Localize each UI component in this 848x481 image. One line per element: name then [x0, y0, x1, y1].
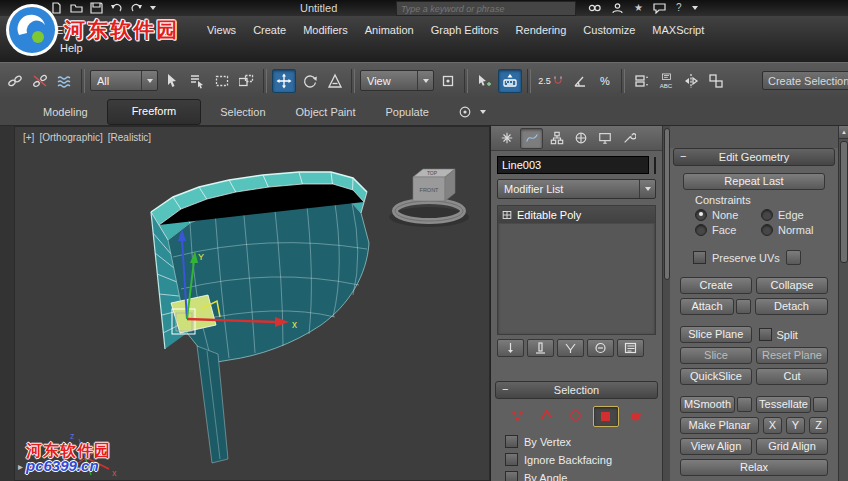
menu-customize[interactable]: Customize — [583, 24, 635, 36]
expand-tray-arrow-icon[interactable]: ▸ — [18, 461, 23, 472]
snaps-toggle-icon[interactable]: 2.5 — [536, 70, 566, 92]
percent-snap-icon[interactable]: % — [594, 70, 616, 92]
tab-motion[interactable] — [570, 129, 591, 148]
make-planar-button[interactable]: Make Planar — [680, 417, 759, 434]
tab-display[interactable] — [594, 129, 615, 148]
menu-animation[interactable]: Animation — [365, 24, 414, 36]
configure-modifier-sets-icon[interactable] — [617, 339, 644, 357]
polygon-subobject-icon[interactable] — [593, 406, 619, 427]
stack-item-editable-poly[interactable]: Editable Poly — [498, 206, 655, 224]
slice-plane-button[interactable]: Slice Plane — [680, 326, 752, 343]
scrollbar-thumb[interactable] — [840, 141, 848, 263]
viewcube-top-label[interactable]: TOP — [427, 170, 438, 176]
repeat-last-button[interactable]: Repeat Last — [683, 173, 825, 190]
search-binoculars-icon[interactable] — [588, 2, 601, 14]
infocenter-search[interactable] — [396, 1, 576, 16]
viewcube-front-label[interactable]: FRONT — [420, 187, 440, 193]
collapse-icon[interactable]: − — [502, 383, 508, 395]
help-icon[interactable]: ? — [676, 0, 682, 16]
edit-geometry-header[interactable]: − Edit Geometry — [673, 148, 835, 166]
quickslice-button[interactable]: QuickSlice — [680, 368, 752, 385]
menu-modifiers[interactable]: Modifiers — [303, 24, 348, 36]
sign-in-user-icon[interactable] — [611, 2, 624, 14]
viewport-shading-menu[interactable]: [Realistic] — [108, 132, 151, 143]
radio-edge[interactable] — [761, 209, 773, 221]
ribbon-tab-populate[interactable]: Populate — [370, 98, 443, 126]
selection-rollout-header[interactable]: − Selection — [495, 381, 658, 399]
help-dropdown-arrow-icon[interactable] — [692, 6, 698, 10]
menu-views[interactable]: Views — [207, 24, 236, 36]
communication-icon[interactable] — [653, 2, 666, 14]
ignore-backfacing-checkbox[interactable] — [505, 453, 518, 466]
unlink-selection-icon[interactable] — [29, 70, 51, 92]
tessellate-button[interactable]: Tessellate — [756, 396, 811, 413]
constraint-face[interactable]: Face — [695, 224, 761, 236]
planar-x-button[interactable]: X — [763, 417, 782, 434]
modifier-list-arrow-icon[interactable] — [639, 180, 655, 198]
element-subobject-icon[interactable] — [624, 406, 648, 425]
tessellate-settings-button[interactable] — [813, 397, 828, 412]
radio-none[interactable] — [695, 209, 707, 221]
viewcube[interactable]: TOP FRONT — [389, 169, 469, 227]
msmooth-button[interactable]: MSmooth — [680, 396, 735, 413]
msmooth-settings-button[interactable] — [737, 397, 752, 412]
viewport-general-menu[interactable]: [+] — [23, 132, 34, 143]
show-end-result-icon[interactable] — [527, 339, 554, 357]
ribbon-tab-selection[interactable]: Selection — [205, 98, 280, 126]
constraint-edge[interactable]: Edge — [761, 209, 827, 221]
object-name-field[interactable] — [497, 156, 649, 174]
viewport-pov-menu[interactable]: [Orthographic] — [39, 132, 102, 143]
edit-named-selection-sets-icon[interactable]: ABC — [655, 70, 677, 92]
reset-plane-button[interactable]: Reset Plane — [756, 347, 828, 364]
mesh-object[interactable] — [151, 172, 369, 463]
make-unique-icon[interactable] — [557, 339, 584, 357]
create-button[interactable]: Create — [680, 277, 752, 294]
relax-button[interactable]: Relax — [680, 459, 828, 476]
ribbon-config-icon[interactable] — [458, 105, 472, 119]
rectangular-selection-region-icon[interactable] — [211, 70, 233, 92]
scroll-up-arrow-icon[interactable]: ▲ — [839, 126, 848, 139]
menu-maxscript[interactable]: MAXScript — [652, 24, 704, 36]
select-and-scale-icon[interactable] — [324, 70, 346, 92]
constraint-normal[interactable]: Normal — [761, 224, 827, 236]
menu-graph-editors[interactable]: Graph Editors — [431, 24, 499, 36]
coord-system-arrow-icon[interactable] — [417, 71, 433, 90]
select-and-manipulate-icon[interactable] — [473, 70, 495, 92]
selection-filter-arrow-icon[interactable] — [141, 71, 157, 90]
panel-scrollbar[interactable]: ▲ — [838, 126, 848, 481]
bind-to-spacewarp-icon[interactable] — [54, 70, 76, 92]
radio-face[interactable] — [695, 224, 707, 236]
menu-rendering[interactable]: Rendering — [516, 24, 567, 36]
attach-settings-button[interactable] — [736, 299, 751, 314]
radio-normal[interactable] — [761, 224, 773, 236]
collapse-button[interactable]: Collapse — [756, 277, 828, 294]
detach-button[interactable]: Detach — [755, 298, 828, 315]
modifier-stack[interactable]: Editable Poly — [497, 205, 656, 335]
mirror-icon[interactable] — [680, 70, 702, 92]
view-align-button[interactable]: View Align — [680, 438, 752, 455]
preserve-uvs-settings-button[interactable] — [786, 250, 801, 265]
planar-z-button[interactable]: Z — [809, 417, 828, 434]
remove-modifier-icon[interactable] — [587, 339, 614, 357]
select-by-name-icon[interactable] — [186, 70, 208, 92]
use-pivot-point-icon[interactable] — [437, 70, 459, 92]
split-checkbox[interactable] — [759, 328, 772, 341]
attach-button[interactable]: Attach — [680, 298, 734, 315]
planar-y-button[interactable]: Y — [786, 417, 805, 434]
slice-button[interactable]: Slice — [680, 347, 752, 364]
collapse-icon[interactable]: − — [680, 150, 686, 162]
search-input[interactable] — [397, 3, 575, 14]
by-vertex-checkbox[interactable] — [505, 435, 518, 448]
edge-subobject-icon[interactable] — [535, 406, 559, 425]
grid-align-button[interactable]: Grid Align — [756, 438, 828, 455]
ribbon-tab-freeform[interactable]: Freeform — [107, 99, 202, 125]
vertex-subobject-icon[interactable] — [506, 406, 530, 425]
pin-stack-icon[interactable] — [497, 339, 524, 357]
tab-utilities[interactable] — [618, 129, 639, 148]
object-color-swatch[interactable] — [654, 157, 656, 174]
selection-filter-dropdown[interactable]: All — [90, 70, 158, 91]
select-and-link-icon[interactable] — [4, 70, 26, 92]
ribbon-tab-modeling[interactable]: Modeling — [28, 98, 103, 126]
tab-modify[interactable] — [520, 128, 543, 149]
window-crossing-icon[interactable] — [236, 70, 258, 92]
